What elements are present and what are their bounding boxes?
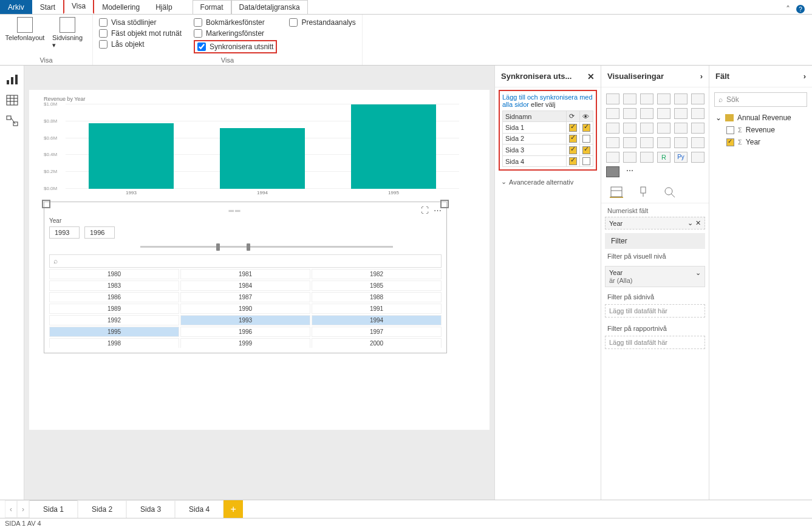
- viz-type-icon[interactable]: [640, 93, 653, 104]
- slicer-year-cell[interactable]: 1984: [180, 280, 310, 291]
- slider-handle-right[interactable]: [247, 243, 250, 251]
- filter-card-year[interactable]: Year⌄ är (Alla): [605, 266, 705, 287]
- viz-type-icon[interactable]: [640, 123, 653, 134]
- chevron-right-icon[interactable]: ›: [700, 72, 703, 81]
- viz-type-r-icon[interactable]: R: [657, 152, 670, 163]
- chk-gridlines[interactable]: Visa stödlinjer: [99, 18, 182, 27]
- viz-type-icon[interactable]: [691, 93, 705, 104]
- bar[interactable]: [220, 128, 305, 189]
- slicer-year-cell[interactable]: 1986: [49, 292, 179, 302]
- menu-format[interactable]: Format: [193, 0, 231, 14]
- slicer-year-cell[interactable]: 1997: [312, 327, 442, 337]
- slicer-year-cell[interactable]: 1994: [312, 315, 442, 325]
- table-node[interactable]: ⌄ Annual Revenue: [715, 112, 806, 124]
- add-page-button[interactable]: +: [223, 500, 243, 518]
- drag-grip-icon[interactable]: ══: [49, 206, 421, 215]
- fields-tab-icon[interactable]: [610, 186, 623, 198]
- slicer-year-cell[interactable]: 1983: [49, 280, 179, 291]
- field-checkbox[interactable]: [726, 126, 734, 134]
- close-icon[interactable]: ✕: [587, 72, 595, 81]
- chk-performance[interactable]: Prestandaanalys: [289, 18, 355, 27]
- slicer-year-cell[interactable]: 1990: [180, 304, 310, 314]
- collapse-ribbon-icon[interactable]: ˄: [786, 4, 790, 14]
- tabs-next[interactable]: ›: [17, 500, 29, 518]
- slicer-year-cell[interactable]: 1991: [312, 304, 442, 314]
- viz-type-icon[interactable]: [691, 137, 705, 148]
- viz-type-py-icon[interactable]: Py: [674, 152, 687, 163]
- viz-type-icon[interactable]: [691, 152, 705, 163]
- help-icon[interactable]: ?: [796, 5, 805, 13]
- viz-type-icon[interactable]: [640, 152, 653, 163]
- format-tab-icon[interactable]: [636, 186, 650, 198]
- sync-checkbox[interactable]: [569, 157, 577, 165]
- viz-type-icon[interactable]: [606, 137, 619, 148]
- page-tab[interactable]: Sida 3: [126, 500, 175, 518]
- viz-type-icon[interactable]: [623, 108, 636, 119]
- chk-snap[interactable]: Fäst objekt mot rutnät: [99, 29, 182, 38]
- slicer-year-cell[interactable]: 1996: [180, 327, 310, 337]
- slicer-year-cell[interactable]: 1992: [49, 315, 179, 325]
- viz-type-icon[interactable]: [606, 93, 619, 104]
- viz-type-icon[interactable]: [657, 123, 670, 134]
- slicer-year-cell[interactable]: 1995: [49, 327, 179, 337]
- chk-selection[interactable]: Markeringsfönster: [194, 29, 277, 38]
- bar-chart[interactable]: $0.0M $0.2M $0.4M $0.6M $0.8M $1.0M 1993…: [66, 104, 459, 195]
- advanced-options-toggle[interactable]: ⌄ Avancerade alternativ: [495, 173, 601, 191]
- phone-layout-button[interactable]: Telefonlayout: [6, 17, 44, 49]
- visible-checkbox[interactable]: [582, 135, 590, 143]
- report-canvas[interactable]: Revenue by Year $0.0M $0.2M $0.4M $0.6M …: [24, 66, 494, 500]
- viz-type-icon[interactable]: [606, 152, 619, 163]
- slicer-to-input[interactable]: 1996: [84, 226, 115, 239]
- chevron-right-icon[interactable]: ›: [803, 72, 806, 81]
- viz-type-slicer-icon[interactable]: [606, 166, 619, 177]
- sync-checkbox[interactable]: [569, 135, 577, 143]
- slicer-year-cell[interactable]: 1999: [180, 338, 310, 348]
- drop-zone-report[interactable]: Lägg till datafält här: [605, 336, 705, 349]
- slicer-year-cell[interactable]: 1982: [312, 269, 442, 279]
- chevron-down-icon[interactable]: ⌄: [687, 219, 693, 227]
- visible-checkbox[interactable]: [582, 146, 590, 154]
- viz-type-icon[interactable]: [691, 123, 705, 134]
- focus-mode-icon[interactable]: ⛶: [421, 206, 429, 215]
- page-tab[interactable]: Sida 1: [29, 500, 78, 518]
- chk-lock[interactable]: Lås objekt: [99, 40, 182, 49]
- slicer-year-cell[interactable]: 1989: [49, 304, 179, 314]
- viz-type-icon[interactable]: [623, 93, 636, 104]
- viz-type-icon[interactable]: [657, 137, 670, 148]
- viz-type-icon[interactable]: [606, 108, 619, 119]
- chevron-down-icon[interactable]: ⌄: [695, 269, 701, 277]
- viz-type-icon[interactable]: [640, 108, 653, 119]
- viz-type-icon[interactable]: [674, 93, 687, 104]
- viz-type-icon[interactable]: [623, 137, 636, 148]
- slicer-year-cell[interactable]: 1988: [312, 292, 442, 302]
- visible-checkbox[interactable]: [582, 157, 590, 165]
- remove-field-icon[interactable]: ✕: [695, 219, 701, 227]
- slicer-search[interactable]: ⌕: [49, 254, 442, 268]
- slicer-visual[interactable]: ══ ⛶ ⋯ Year 1993 1996: [44, 202, 447, 353]
- bar[interactable]: [351, 104, 436, 189]
- viz-type-icon[interactable]: [657, 108, 670, 119]
- slicer-slider[interactable]: [140, 242, 393, 251]
- sync-checkbox[interactable]: [569, 124, 577, 132]
- slicer-from-input[interactable]: 1993: [49, 226, 80, 239]
- data-view-icon[interactable]: [6, 95, 18, 106]
- viz-type-icon[interactable]: [606, 123, 619, 134]
- visible-checkbox[interactable]: [582, 124, 590, 132]
- menu-start[interactable]: Start: [32, 0, 63, 14]
- chk-sync-slicers[interactable]: Synkronisera utsnitt: [194, 40, 277, 53]
- viz-type-icon[interactable]: [674, 108, 687, 119]
- sync-checkbox[interactable]: [569, 146, 577, 154]
- menu-arkiv[interactable]: Arkiv: [0, 0, 32, 14]
- viz-type-icon[interactable]: [674, 123, 687, 134]
- page-tab[interactable]: Sida 2: [78, 500, 126, 518]
- report-view-icon[interactable]: [6, 74, 18, 85]
- viz-type-icon[interactable]: [640, 137, 653, 148]
- chk-bookmarks[interactable]: Bokmärkesfönster: [194, 18, 277, 27]
- menu-data[interactable]: Data/detaljgranska: [231, 0, 308, 14]
- field-checkbox[interactable]: [726, 138, 734, 146]
- field-node[interactable]: ΣYear: [726, 136, 806, 148]
- slicer-year-cell[interactable]: 1980: [49, 269, 179, 279]
- viz-type-icon[interactable]: [657, 93, 670, 104]
- slider-handle-left[interactable]: [216, 243, 220, 251]
- field-well[interactable]: Year ⌄ ✕: [605, 217, 705, 229]
